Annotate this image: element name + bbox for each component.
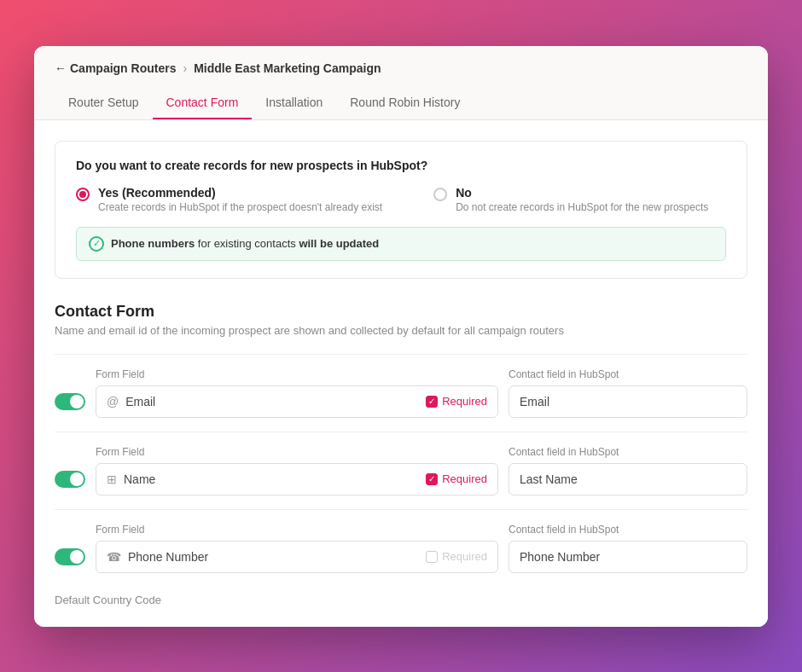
name-field-input[interactable]: ⊞ Name ✓ Required xyxy=(96,463,498,495)
radio-yes-label: Yes (Recommended) xyxy=(98,186,382,200)
form-row-phone: Form Field Contact field in HubSpot ☎ Ph… xyxy=(55,509,747,573)
tab-router-setup[interactable]: Router Setup xyxy=(55,87,153,119)
email-toggle[interactable] xyxy=(55,393,85,410)
radio-no-label: No xyxy=(456,186,708,200)
form-row-name: Form Field Contact field in HubSpot ⊞ Na… xyxy=(55,432,747,495)
name-checkbox-icon: ✓ xyxy=(426,473,438,485)
name-required-label: Required xyxy=(442,472,487,485)
phone-field-label: Phone Number xyxy=(128,550,419,564)
phone-row-content: ☎ Phone Number Required Phone Number xyxy=(55,541,747,573)
radio-no[interactable]: No Do not create records in HubSpot for … xyxy=(433,186,708,213)
col-label-form-field-name: Form Field xyxy=(96,446,144,458)
phone-field-input[interactable]: ☎ Phone Number Required xyxy=(96,541,498,573)
phone-required-label: Required xyxy=(442,550,487,563)
phone-icon: ☎ xyxy=(107,550,121,564)
email-field-input[interactable]: @ Email ✓ Required xyxy=(96,385,498,418)
phone-hubspot-field[interactable]: Phone Number xyxy=(509,541,747,573)
hubspot-question: Do you want to create records for new pr… xyxy=(76,159,726,172)
email-hubspot-field[interactable]: Email xyxy=(509,385,747,418)
radio-yes-desc: Create records in HubSpot if the prospec… xyxy=(98,201,382,213)
radio-no-text: No Do not create records in HubSpot for … xyxy=(456,186,708,213)
tab-installation[interactable]: Installation xyxy=(252,87,336,119)
phone-toggle[interactable] xyxy=(55,548,85,565)
breadcrumb: ← Campaign Routers › Middle East Marketi… xyxy=(55,61,747,75)
col-label-hubspot-phone: Contact field in HubSpot xyxy=(509,524,747,536)
phone-col-left: ☎ Phone Number Required xyxy=(55,541,498,573)
info-banner-text: Phone numbers for existing contacts will… xyxy=(111,237,379,250)
breadcrumb-back-label: Campaign Routers xyxy=(70,61,176,75)
tab-round-robin-history[interactable]: Round Robin History xyxy=(336,87,474,119)
email-col-left: @ Email ✓ Required xyxy=(55,385,498,418)
col-label-hubspot-email: Contact field in HubSpot xyxy=(509,368,747,380)
name-field-label: Name xyxy=(124,472,419,486)
name-person-icon: ⊞ xyxy=(107,472,117,486)
main-window: ← Campaign Routers › Middle East Marketi… xyxy=(34,46,768,627)
breadcrumb-current-label: Middle East Marketing Campaign xyxy=(194,61,381,75)
email-at-icon: @ xyxy=(107,395,119,408)
radio-yes[interactable]: Yes (Recommended) Create records in HubS… xyxy=(76,186,382,213)
contact-form-section: Contact Form Name and email id of the in… xyxy=(55,303,747,606)
radio-options: Yes (Recommended) Create records in HubS… xyxy=(76,186,726,213)
name-required-badge: ✓ Required xyxy=(426,472,487,485)
email-field-label: Email xyxy=(125,395,419,408)
email-required-badge: ✓ Required xyxy=(426,395,487,408)
section-desc: Name and email id of the incoming prospe… xyxy=(55,324,747,337)
hubspot-section: Do you want to create records for new pr… xyxy=(55,141,747,279)
default-country-code-label: Default Country Code xyxy=(55,587,747,606)
name-toggle[interactable] xyxy=(55,471,85,488)
tab-contact-form[interactable]: Contact Form xyxy=(153,87,253,119)
email-row-content: @ Email ✓ Required Email xyxy=(55,385,747,418)
radio-no-circle xyxy=(433,188,447,201)
col-label-form-field-email: Form Field xyxy=(96,368,144,380)
tab-bar: Router Setup Contact Form Installation R… xyxy=(55,87,747,119)
email-required-label: Required xyxy=(442,395,487,408)
name-hubspot-field[interactable]: Last Name xyxy=(509,463,747,495)
breadcrumb-separator: › xyxy=(183,61,187,75)
info-banner: ✓ Phone numbers for existing contacts wi… xyxy=(76,227,726,261)
check-circle-icon: ✓ xyxy=(89,236,104,252)
back-arrow-icon: ← xyxy=(55,61,67,75)
col-label-form-field-phone: Form Field xyxy=(96,524,144,536)
email-checkbox-icon: ✓ xyxy=(426,396,438,408)
name-row-content: ⊞ Name ✓ Required Last Name xyxy=(55,463,747,495)
header: ← Campaign Routers › Middle East Marketi… xyxy=(34,46,768,120)
name-col-left: ⊞ Name ✓ Required xyxy=(55,463,498,495)
radio-yes-text: Yes (Recommended) Create records in HubS… xyxy=(98,186,382,213)
phone-required-badge: Required xyxy=(426,550,487,563)
phone-checkbox-icon xyxy=(426,551,438,563)
radio-yes-circle xyxy=(76,188,90,201)
content-area: Do you want to create records for new pr… xyxy=(34,120,768,627)
section-title: Contact Form xyxy=(55,303,747,321)
form-row-email: Form Field Contact field in HubSpot @ Em… xyxy=(55,354,747,418)
radio-no-desc: Do not create records in HubSpot for the… xyxy=(456,201,708,213)
col-label-hubspot-name: Contact field in HubSpot xyxy=(509,446,747,458)
breadcrumb-back-link[interactable]: ← Campaign Routers xyxy=(55,61,176,75)
